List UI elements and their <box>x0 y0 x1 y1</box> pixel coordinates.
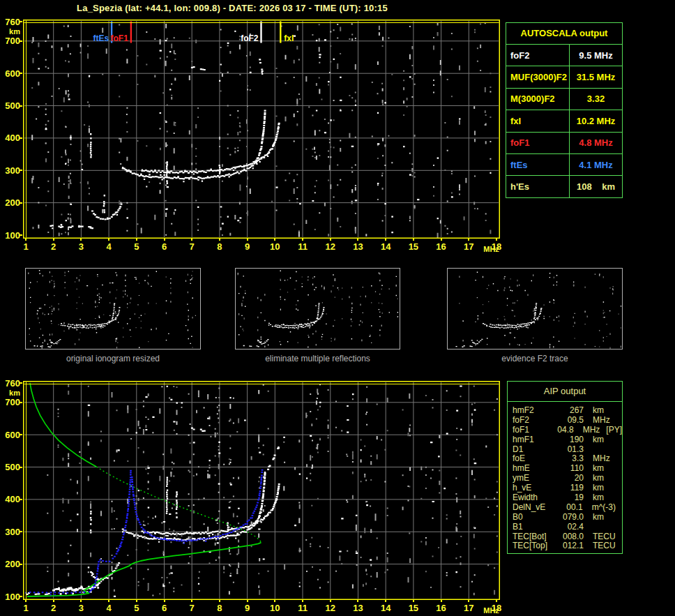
parameter-value: 04.8 <box>549 425 573 435</box>
autoscala-row-h'Es: h'Es108 km <box>506 176 622 197</box>
y-tick-mark <box>20 434 22 435</box>
x-tick-mark <box>164 239 165 241</box>
x-tick-label: 2 <box>51 603 56 613</box>
y-tick-mark <box>20 402 22 403</box>
parameter-label: fxI <box>506 110 570 131</box>
x-tick-label: 5 <box>134 603 139 613</box>
x-tick-mark <box>247 600 248 602</box>
parameter-value: 4.1 MHz <box>570 154 622 175</box>
y-tick-mark <box>20 137 22 139</box>
y-tick-label: 600 <box>0 68 20 79</box>
parameter-unit: MHz <box>593 415 610 425</box>
x-tick-mark <box>219 600 220 602</box>
aip-row-hmF2: hmF2267km <box>508 405 622 415</box>
parameter-label: D1 <box>513 444 556 454</box>
y-tick-label: 500 <box>0 100 20 111</box>
x-tick-label: 16 <box>436 241 446 252</box>
x-tick-label: 12 <box>326 603 335 613</box>
aip-row-D1: D101.3 <box>508 444 622 454</box>
top-ionogram-plot <box>23 20 500 239</box>
aip-row-foF1: foF104.8MHz[PY] <box>508 425 622 435</box>
aip-table-rows: hmF2267kmfoF209.5MHzfoF104.8MHz[PY]hmF11… <box>508 405 622 550</box>
x-tick-mark <box>330 600 331 602</box>
aip-row-hmE: hmE110km <box>508 463 622 473</box>
autoscala-row-ftEs: ftEs4.1 MHz <box>506 154 622 176</box>
x-tick-mark <box>108 239 109 241</box>
y-tick-label: 600 <box>0 430 20 440</box>
bottom-ionogram-plot <box>23 381 500 600</box>
y-axis-unit: km <box>0 389 20 397</box>
autoscala-table-title: AUTOSCALA output <box>506 23 622 45</box>
x-tick-label: 8 <box>217 241 222 252</box>
x-tick-label: 10 <box>270 603 280 613</box>
x-tick-label: 2 <box>51 241 56 252</box>
parameter-label: ftEs <box>506 154 570 175</box>
y-tick-label: 300 <box>0 527 20 537</box>
thumbnail-evidence-f2: evidence F2 trace <box>447 268 623 352</box>
y-tick-mark <box>20 564 22 565</box>
x-tick-mark <box>274 600 275 602</box>
parameter-label: MUF(3000)F2 <box>506 66 570 87</box>
x-tick-label: 13 <box>353 241 363 252</box>
parameter-unit: MHz <box>593 453 610 463</box>
autoscala-row-foF1: foF14.8 MHz <box>506 133 622 154</box>
x-tick-mark <box>413 600 414 602</box>
thumbnail-original-canvas <box>25 268 201 350</box>
x-tick-label: 7 <box>190 241 195 252</box>
x-tick-label: 8 <box>217 603 222 613</box>
x-tick-label: 3 <box>79 241 84 252</box>
aip-row-DelN_vE: DelN_vE00.1m^(-3) <box>508 502 622 512</box>
x-tick-label: 1 <box>23 603 28 613</box>
x-tick-label: 14 <box>381 241 390 252</box>
autoscala-table-rows: foF29.5 MHzMUF(3000)F231.5 MHzM(3000)F23… <box>506 45 622 197</box>
x-tick-label: 4 <box>106 603 111 613</box>
parameter-label: foE <box>513 453 556 463</box>
x-tick-label: 3 <box>79 603 84 613</box>
x-tick-label: 4 <box>106 241 111 252</box>
parameter-label: foF2 <box>506 45 570 66</box>
parameter-unit: km <box>593 512 604 522</box>
parameter-value: 20 <box>556 473 584 483</box>
x-tick-mark <box>357 600 358 602</box>
x-tick-mark <box>136 239 137 241</box>
y-tick-mark <box>20 234 22 236</box>
y-tick-mark <box>20 531 22 532</box>
marker-line-foF1 <box>130 22 132 43</box>
parameter-label: ymE <box>513 473 556 483</box>
y-tick-mark <box>20 202 22 204</box>
x-tick-mark <box>108 600 109 602</box>
y-tick-label: 200 <box>0 197 20 208</box>
x-tick-label: 11 <box>298 603 308 613</box>
x-tick-label: 1 <box>23 241 28 252</box>
aip-table-title: AIP output <box>508 382 622 402</box>
x-tick-mark <box>302 239 303 241</box>
thumbnail-eliminate-canvas <box>235 268 400 350</box>
x-tick-label: 7 <box>190 603 195 613</box>
aip-row-Ewidth: Ewidth19km <box>508 493 622 502</box>
x-tick-mark <box>330 239 331 241</box>
x-tick-mark <box>385 600 386 602</box>
parameter-label: foF2 <box>513 415 556 425</box>
x-tick-label: 6 <box>162 603 167 613</box>
thumbnail-caption: evidence F2 trace <box>447 354 623 363</box>
x-tick-mark <box>25 239 26 241</box>
y-tick-label: 760 <box>0 17 20 27</box>
parameter-label: TEC[Bot] <box>513 532 556 541</box>
parameter-value: 10.2 MHz <box>570 110 622 131</box>
parameter-unit: km <box>593 435 604 444</box>
parameter-label: B0 <box>513 512 556 522</box>
x-axis-unit: MHz <box>483 245 499 253</box>
x-tick-label: 5 <box>134 241 139 252</box>
parameter-unit: km <box>593 405 604 415</box>
thumbnail-evidence-canvas <box>447 268 623 350</box>
thumbnail-original-ionogram: original ionogram resized <box>25 268 201 352</box>
y-axis-unit: km <box>0 27 20 36</box>
x-tick-mark <box>53 600 54 602</box>
aip-row-B1: B102.4 <box>508 522 622 532</box>
y-tick-label: 300 <box>0 165 20 176</box>
x-tick-label: 9 <box>245 603 250 613</box>
y-tick-mark <box>20 170 22 171</box>
y-tick-label: 500 <box>0 462 20 472</box>
parameter-value: 00.1 <box>555 502 582 512</box>
x-tick-mark <box>80 600 82 602</box>
